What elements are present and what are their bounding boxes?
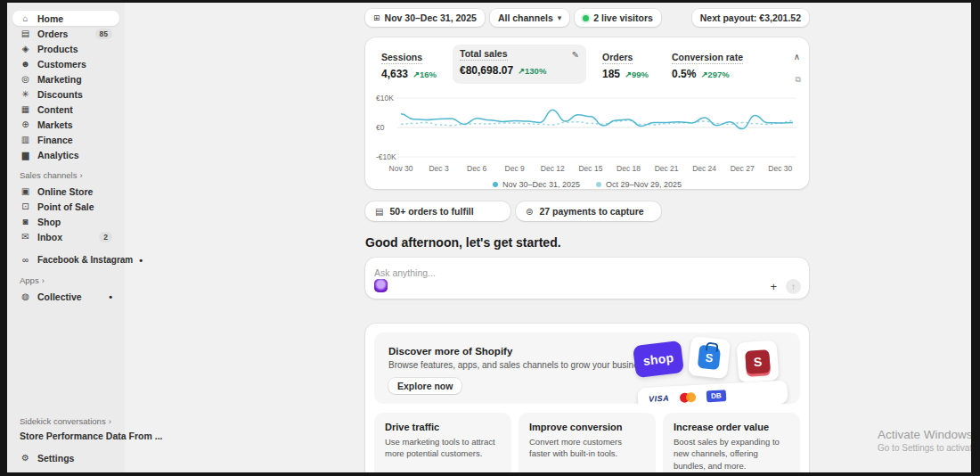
drive-traffic-card[interactable]: Drive traffic Use marketing tools to att… (374, 413, 511, 472)
legend-current-period[interactable]: Nov 30–Dec 31, 2025 (493, 180, 580, 189)
metric-orders[interactable]: Orders 185 ↗99% (595, 45, 656, 84)
sidebar-item-collective[interactable]: ◍ Collective • (12, 289, 119, 304)
sidebar-item-label: Shop (37, 217, 61, 227)
svg-text:-€10K: -€10K (376, 152, 396, 161)
svg-text:€0: €0 (376, 123, 385, 132)
growth-cards-row: Drive traffic Use marketing tools to att… (374, 413, 800, 472)
sidebar-item-orders[interactable]: ▤ Orders 85 (12, 26, 119, 41)
greeting-heading: Good afternoon, let's get started. (365, 235, 809, 250)
legend-label: Oct 29–Nov 29, 2025 (606, 180, 682, 189)
apps-label: Apps (20, 275, 39, 285)
chart-legend: Nov 30–Dec 31, 2025 Oct 29–Nov 29, 2025 (374, 180, 800, 189)
sidebar-item-point-of-sale[interactable]: ⊡ Point of Sale (12, 199, 119, 214)
sidebar-item-customers[interactable]: ☻ Customers (12, 56, 119, 71)
sidebar-item-finance[interactable]: ▥ Finance (12, 132, 119, 147)
increase-order-value-card[interactable]: Increase order value Boost sales by expa… (663, 413, 800, 472)
svg-text:Dec 24: Dec 24 (692, 164, 716, 173)
date-range-button[interactable]: ⊞ Nov 30–Dec 31, 2025 (365, 9, 485, 27)
inbox-count-badge: 2 (99, 232, 112, 242)
card-body: Convert more customers faster with built… (529, 436, 645, 460)
metric-label: Orders (602, 52, 633, 64)
status-dot-icon: • (109, 291, 112, 302)
payments-to-capture-button[interactable]: ⊜ 27 payments to capture (516, 201, 661, 221)
card-body: Use marketing tools to attract more pote… (385, 436, 501, 460)
next-payout-button[interactable]: Next payout: €3,201.52 (692, 9, 809, 27)
sidebar-item-online-store[interactable]: ▣ Online Store (12, 184, 119, 199)
sales-chart[interactable]: €10K€0-€10KNov 30Dec 3Dec 6Dec 9Dec 12De… (374, 86, 800, 179)
sidebar-item-label: Marketing (37, 74, 82, 85)
channels-filter-button[interactable]: All channels ▾ (490, 9, 569, 27)
sales-channels-header[interactable]: Sales channels › (7, 162, 125, 184)
sidebar-item-markets[interactable]: ⊕ Markets (12, 117, 119, 132)
next-payout-label: Next payout: €3,201.52 (700, 12, 801, 23)
legend-previous-period[interactable]: Oct 29–Nov 29, 2025 (596, 180, 682, 189)
explore-now-button[interactable]: Explore now (388, 378, 461, 394)
legend-dot-icon (493, 182, 498, 187)
apps-header[interactable]: Apps › (7, 267, 125, 289)
sidekick-avatar-icon[interactable] (374, 279, 388, 292)
shopify-bag-icon: S (698, 345, 722, 370)
sidebar-item-content[interactable]: ▦ Content (12, 102, 119, 117)
plus-icon[interactable]: + (770, 280, 777, 293)
discover-banner: Discover more of Shopify Browse features… (374, 332, 800, 404)
view-report-icon[interactable]: ⧉ (796, 75, 801, 85)
sidebar-item-label: Inbox (37, 232, 62, 242)
sidekick-conversation-item[interactable]: Store Performance Data From ... (7, 428, 125, 443)
shop-icon: ◙ (20, 217, 31, 226)
sidebar-item-marketing[interactable]: ◎ Marketing (12, 71, 119, 86)
payments-to-capture-label: 27 payments to capture (539, 206, 643, 217)
card-title: Drive traffic (385, 422, 501, 432)
chevron-right-icon: › (109, 416, 111, 426)
sidebar-item-discounts[interactable]: ✳ Discounts (12, 86, 119, 102)
metric-value: €80,698.07 (460, 64, 513, 77)
sidebar-item-home[interactable]: ⌂ Home (12, 11, 119, 26)
improve-conversion-card[interactable]: Improve conversion Convert more customer… (519, 413, 656, 472)
pencil-icon[interactable]: ✎ (572, 50, 579, 60)
sidebar: ⌂ Home ▤ Orders 85 ◈ Products ☻ Customer… (7, 3, 125, 472)
ask-anything-input[interactable] (374, 267, 731, 278)
calendar-icon: ⊞ (373, 13, 380, 22)
svg-text:Nov 30: Nov 30 (389, 164, 413, 173)
content-icon: ▦ (20, 104, 31, 114)
metric-conversion-rate[interactable]: Conversion rate 0.5% ↗297% (665, 45, 750, 84)
sidebar-item-inbox[interactable]: ✉ Inbox 2 (12, 229, 119, 244)
sidebar-item-label: Point of Sale (37, 201, 94, 212)
collapse-chevron-up-icon[interactable]: ∧ (794, 52, 800, 62)
live-visitors-dot-icon (583, 15, 589, 21)
visa-icon: VISA (649, 394, 670, 404)
sidebar-item-facebook-instagram[interactable]: ∞ Facebook & Instagram • (12, 252, 119, 267)
sidekick-conversations-header[interactable]: Sidekick conversations › (7, 408, 125, 428)
payment-badge-icon: DB (706, 390, 726, 402)
markets-icon: ⊕ (20, 119, 31, 129)
send-arrow-icon[interactable]: ↑ (786, 279, 801, 294)
discover-graphic: shop S S VISA DB (633, 336, 793, 404)
payment-methods-strip: VISA DB (637, 381, 788, 404)
ask-sidekick-card: + ↑ (365, 258, 809, 299)
sidebar-item-label: Analytics (37, 150, 79, 160)
sidebar-item-label: Content (37, 104, 73, 115)
sidebar-item-settings[interactable]: ⚙ Settings (12, 450, 119, 465)
analytics-card: Sessions 4,633 ↗16% Total sales ✎ €80,69… (365, 37, 809, 189)
metric-label: Total sales (460, 48, 508, 61)
metric-value: 185 (602, 68, 620, 80)
point-of-sale-icon: ⊡ (20, 201, 31, 211)
shop-pay-tile-icon: shop (633, 341, 684, 378)
orders-to-fulfill-button[interactable]: ▤ 50+ orders to fulfill (365, 201, 510, 221)
sidebar-item-label: Products (37, 44, 78, 54)
package-icon: ▤ (375, 207, 383, 217)
orders-count-badge: 85 (95, 29, 112, 39)
metric-delta: ↗130% (518, 66, 546, 76)
online-store-icon: ▣ (20, 186, 31, 196)
marketing-icon: ◎ (20, 74, 31, 84)
metric-sessions[interactable]: Sessions 4,633 ↗16% (374, 45, 444, 84)
sidebar-item-analytics[interactable]: ▆ Analytics (12, 147, 119, 162)
actions-row: ▤ 50+ orders to fulfill ⊜ 27 payments to… (365, 201, 809, 221)
live-visitors-button[interactable]: 2 live visitors (575, 9, 661, 27)
svg-text:Dec 30: Dec 30 (768, 164, 792, 173)
finance-icon: ▥ (20, 135, 31, 144)
card-title: Increase order value (674, 422, 789, 432)
metric-total-sales[interactable]: Total sales ✎ €80,698.07 ↗130% (453, 45, 586, 84)
sidebar-item-products[interactable]: ◈ Products (12, 41, 119, 56)
svg-text:€10K: €10K (376, 94, 394, 103)
sidebar-item-shop[interactable]: ◙ Shop (12, 214, 119, 229)
